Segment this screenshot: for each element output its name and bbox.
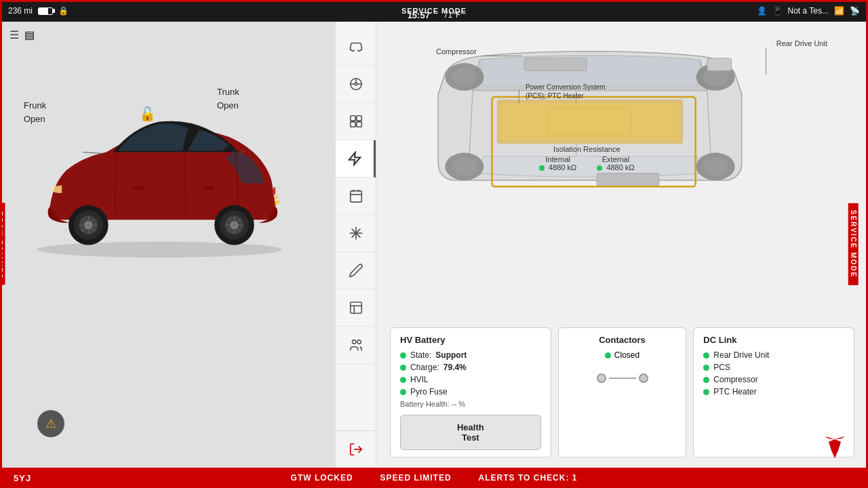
data-cards-row: HV Battery State: Support Charge: 79.4% … — [390, 327, 854, 458]
svg-marker-33 — [349, 152, 361, 165]
hvil-label: HVIL — [410, 375, 429, 384]
sidebar-item-body[interactable] — [336, 289, 376, 327]
wifi-icon: 📶 — [834, 6, 844, 16]
svg-rect-31 — [350, 122, 355, 127]
svg-point-50 — [452, 68, 477, 85]
compressor-label-card: Compressor — [713, 375, 757, 384]
alerts-label: ALERTS TO CHECK: 1 — [479, 473, 578, 483]
signal-icon: 📡 — [850, 6, 860, 16]
not-a-tes-label: Not a Tes... — [788, 6, 829, 16]
tesla-logo — [825, 436, 844, 461]
svg-point-56 — [703, 157, 728, 175]
svg-point-25 — [355, 83, 357, 85]
contactors-closed-row: Closed — [568, 350, 677, 360]
pcs-line — [519, 89, 519, 103]
status-left: 236 mi 🔒 — [8, 6, 68, 16]
hvil-row: HVIL — [400, 375, 541, 384]
main-content: Compressor Rear Drive Unit Power Convers… — [376, 22, 868, 468]
speed-limited-label: SPEED LIMITED — [380, 473, 452, 483]
svg-rect-61 — [597, 174, 659, 186]
sidebar-item-pencil[interactable] — [336, 252, 376, 289]
sidebar-item-car[interactable] — [336, 28, 376, 66]
contact-node-left — [597, 373, 606, 383]
person-icon: 👤 — [757, 6, 767, 16]
ptc-heater-dot — [703, 389, 709, 395]
sidebar-item-logout[interactable] — [336, 430, 376, 468]
pyro-dot — [400, 389, 406, 395]
pyro-fuse-row: Pyro Fuse — [400, 387, 541, 396]
pcs-label: Power Conversion System (PCS); PTC Heate… — [526, 83, 607, 100]
isolation-section: Isolation Resistance Internal 4880 kΩ Ex… — [539, 145, 635, 171]
svg-rect-30 — [356, 116, 361, 121]
rear-drive-label: Rear Drive Unit — [776, 39, 827, 47]
sidebar-item-persons[interactable] — [336, 327, 376, 364]
compressor-dot — [703, 377, 709, 383]
hv-battery-card: HV Battery State: Support Charge: 79.4% … — [390, 327, 551, 458]
internal-dot — [539, 165, 545, 171]
car-diagram: Compressor Rear Drive Unit Power Convers… — [390, 35, 854, 215]
rear-drive-line — [766, 47, 766, 75]
status-right: 👤 📱 Not a Tes... 📶 📡 — [757, 6, 860, 16]
compressor-line — [481, 56, 522, 56]
sidebar-item-steering[interactable] — [336, 66, 376, 103]
charge-dot — [400, 365, 406, 371]
isolation-label: Isolation Resistance — [539, 145, 635, 153]
compressor-row: Compressor — [703, 375, 844, 384]
state-dot — [400, 352, 406, 359]
sidebar-item-settings[interactable] — [336, 103, 376, 140]
svg-rect-42 — [350, 302, 361, 314]
battery-health-label: Battery Health: — [400, 400, 450, 408]
pcs-dot — [703, 365, 709, 371]
battery-health-value: -- % — [452, 400, 465, 408]
alert-icon[interactable]: ⚠ — [37, 410, 64, 437]
svg-rect-34 — [350, 191, 361, 203]
pcs-row: PCS — [703, 363, 844, 372]
charge-row: Charge: 79.4% — [400, 363, 541, 372]
ptc-heater-label: PTC Heater — [713, 387, 756, 396]
battery-state-row: State: Support — [400, 350, 541, 360]
sidebar-item-power[interactable] — [336, 140, 376, 178]
svg-rect-29 — [350, 116, 355, 121]
svg-line-22 — [83, 152, 103, 153]
car-image-area: Frunk Open Trunk Open 🔓 ⚡ — [0, 48, 336, 333]
sidebar-nav — [336, 22, 376, 468]
time-display: 15:57 — [408, 10, 430, 20]
svg-point-0 — [37, 241, 282, 257]
left-panel-header: ☰ ▤ — [0, 22, 336, 48]
vin-display: 5YJ — [14, 473, 31, 483]
health-test-button[interactable]: HealthTest — [400, 415, 541, 450]
car-silhouette — [10, 62, 309, 272]
hamburger-icon[interactable]: ☰ — [9, 28, 19, 41]
rear-drive-unit-label: Rear Drive Unit — [713, 350, 769, 360]
charge-value: 79.4% — [443, 363, 467, 372]
chassis-diagram-svg — [390, 35, 790, 201]
svg-rect-60 — [524, 58, 587, 70]
contact-line — [609, 378, 636, 379]
temp-display: 71°F — [443, 10, 460, 20]
svg-rect-5 — [203, 186, 215, 190]
gtw-locked-label: GTW LOCKED — [291, 473, 353, 483]
state-label: State: — [410, 350, 431, 360]
status-bar: 236 mi 🔒 SERVICE MODE 15:57 71°F 👤 📱 Not… — [0, 0, 868, 22]
rear-drive-unit-row: Rear Drive Unit — [703, 350, 844, 360]
contact-node-right — [639, 373, 648, 383]
isolation-external: External 4880 kΩ — [597, 155, 634, 171]
dc-link-title: DC Link — [703, 335, 844, 345]
bottom-status-bar: 5YJ GTW LOCKED SPEED LIMITED ALERTS TO C… — [0, 468, 868, 488]
right-panel: Compressor Rear Drive Unit Power Convers… — [336, 22, 868, 468]
contactors-status: Closed — [614, 350, 639, 360]
external-dot — [597, 165, 602, 171]
sidebar-item-calendar[interactable] — [336, 178, 376, 215]
svg-point-44 — [357, 340, 361, 344]
list-icon[interactable]: ▤ — [24, 28, 35, 41]
contactors-card: Contactors Closed — [558, 327, 687, 458]
ptc-heater-row: PTC Heater — [703, 387, 844, 396]
hvil-dot — [400, 377, 406, 383]
svg-rect-32 — [356, 122, 361, 127]
battery-health-row: Battery Health: -- % — [400, 400, 541, 408]
sidebar-item-snowflake[interactable] — [336, 215, 376, 252]
svg-rect-62 — [707, 58, 732, 70]
hv-battery-title: HV Battery — [400, 335, 541, 345]
compressor-label: Compressor — [436, 47, 477, 56]
svg-rect-4 — [133, 186, 145, 190]
